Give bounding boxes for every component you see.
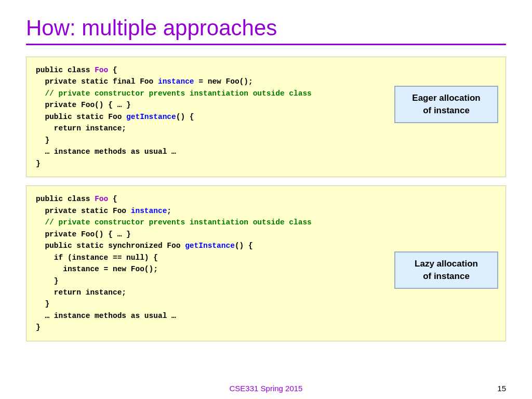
code-line-9: } [36, 158, 496, 169]
footer-course: CSE331 Spring 2015 [230, 384, 303, 393]
code2-line-12: } [36, 322, 496, 333]
code2-line-4: private Foo() { … } [36, 229, 496, 240]
code-block-lazy: public class Foo { private static Foo in… [26, 185, 506, 341]
code-line-7: } [36, 135, 496, 146]
code-line-6: return instance; [36, 123, 496, 134]
code-line-8: … instance methods as usual … [36, 146, 496, 157]
code2-line-11: … instance methods as usual … [36, 310, 496, 322]
code2-line-10: } [36, 298, 496, 310]
slide-title: How: multiple approaches [26, 16, 506, 45]
code2-line-1: public class Foo { [36, 193, 496, 205]
slide: How: multiple approaches public class Fo… [0, 0, 532, 399]
footer-page: 15 [497, 384, 506, 393]
eager-annotation: Eager allocationof instance [394, 86, 498, 123]
code-line-1: public class Foo { [36, 64, 496, 76]
code2-line-3: // private constructor prevents instanti… [36, 217, 496, 228]
code-block-eager: public class Foo { private static final … [26, 57, 506, 177]
code2-line-5: public static synchronized Foo getInstan… [36, 240, 496, 251]
code2-line-2: private static Foo instance; [36, 205, 496, 217]
lazy-annotation: Lazy allocationof instance [394, 251, 498, 289]
